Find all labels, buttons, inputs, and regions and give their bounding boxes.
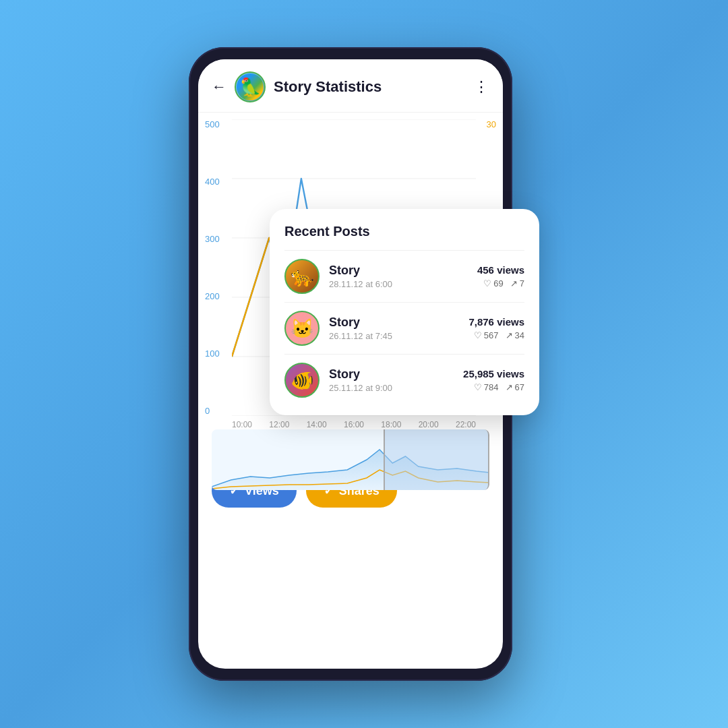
post-item-2[interactable]: 🐱 Story 26.11.12 at 7:45 7,876 views ♡ 5… [284, 302, 524, 354]
post-share-2: ↗ 34 [506, 330, 524, 340]
post-date-1: 28.11.12 at 6:00 [329, 279, 477, 289]
app-header: ← Story Statistics ⋮ [198, 59, 503, 113]
post-interactions-1: ♡ 69 ↗ 7 [477, 278, 524, 289]
avatar [235, 71, 266, 102]
post-avatar-1: 🐆 [284, 259, 320, 294]
post-stats-3: 25,985 views ♡ 784 ↗ 67 [463, 368, 524, 392]
avatar-image [237, 73, 264, 100]
mini-chart-selector[interactable] [384, 429, 489, 490]
post-avatar-3: 🐠 [284, 363, 320, 398]
x-label-1200: 12:00 [269, 420, 289, 429]
x-label-2000: 20:00 [419, 420, 439, 429]
y-label-400: 400 [205, 177, 220, 187]
post-info-3: Story 25.11.12 at 9:00 [329, 367, 463, 393]
post-share-3: ↗ 67 [506, 382, 524, 392]
y-label-300: 300 [205, 234, 220, 244]
y-right-label-30: 30 [487, 119, 496, 129]
post-interactions-3: ♡ 784 ↗ 67 [463, 382, 524, 392]
post-interactions-2: ♡ 567 ↗ 34 [468, 330, 524, 340]
post-date-3: 25.11.12 at 9:00 [329, 383, 463, 393]
x-label-1600: 16:00 [344, 420, 364, 429]
page-title: Story Statistics [274, 78, 474, 96]
post-views-3: 25,985 views [463, 368, 524, 380]
post-info-1: Story 28.11.12 at 6:00 [329, 264, 477, 289]
post-avatar-2: 🐱 [284, 311, 320, 346]
x-label-2200: 22:00 [456, 420, 476, 429]
post-like-3: ♡ 784 [474, 382, 499, 392]
post-stats-2: 7,876 views ♡ 567 ↗ 34 [468, 316, 524, 340]
post-like-1: ♡ 69 [483, 278, 503, 289]
recent-posts-card: Recent Posts 🐆 Story 28.11.12 at 6:00 45… [270, 209, 539, 415]
post-views-2: 7,876 views [468, 316, 524, 328]
post-title-3: Story [329, 367, 463, 382]
x-label-1400: 14:00 [307, 420, 327, 429]
post-info-2: Story 26.11.12 at 7:45 [329, 315, 468, 341]
x-label-1800: 18:00 [381, 420, 401, 429]
mini-chart[interactable] [212, 429, 489, 490]
y-label-500: 500 [205, 119, 220, 129]
post-item-3[interactable]: 🐠 Story 25.11.12 at 9:00 25,985 views ♡ … [284, 354, 524, 406]
y-axis-labels-left: 500 400 300 200 100 0 [205, 119, 220, 416]
post-stats-1: 456 views ♡ 69 ↗ 7 [477, 264, 524, 289]
back-button[interactable]: ← [212, 78, 226, 96]
post-like-2: ♡ 567 [474, 330, 499, 340]
recent-posts-title: Recent Posts [284, 224, 524, 239]
y-label-200: 200 [205, 291, 220, 301]
post-date-2: 26.11.12 at 7:45 [329, 331, 468, 341]
post-item-1[interactable]: 🐆 Story 28.11.12 at 6:00 456 views ♡ 69 … [284, 250, 524, 302]
y-label-0: 0 [205, 406, 220, 416]
x-label-1000: 10:00 [232, 420, 252, 429]
x-axis-labels: 10:00 12:00 14:00 16:00 18:00 20:00 22:0… [232, 416, 476, 429]
y-label-100: 100 [205, 348, 220, 359]
post-title-1: Story [329, 264, 477, 278]
post-share-1: ↗ 7 [510, 278, 524, 289]
post-views-1: 456 views [477, 264, 524, 276]
more-options-button[interactable]: ⋮ [474, 78, 489, 96]
post-title-2: Story [329, 315, 468, 330]
